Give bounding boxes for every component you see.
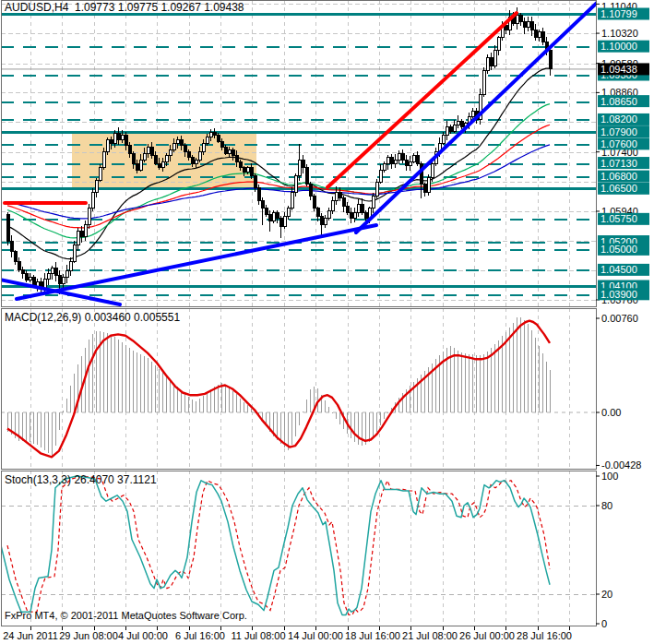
- stoch-axis-label: 20: [601, 589, 612, 600]
- stoch-axis-label: 0: [601, 618, 607, 629]
- time-axis-label: 28 Jul 16:00: [517, 630, 572, 641]
- time-axis-label: 26 Jul 00:00: [459, 630, 515, 641]
- sr-level-label: 1.04500: [600, 264, 637, 275]
- sr-level-label: 1.07900: [600, 126, 637, 137]
- sr-level-label: 1.06500: [600, 183, 637, 194]
- sr-level-label: 1.08200: [600, 113, 637, 125]
- sr-level-label: 1.10000: [600, 41, 637, 52]
- time-axis-label: 4 Jul 00:00: [118, 630, 168, 641]
- time-axis-label: 21 Jul 08:00: [402, 630, 458, 641]
- bid-price-label: 1.09438: [600, 64, 637, 75]
- time-axis-label: 18 Jul 16:00: [345, 630, 400, 641]
- macd-axis-label: 0.00: [601, 407, 621, 418]
- sr-level-label: 1.08650: [600, 96, 637, 107]
- sr-level-label: 1.06800: [600, 171, 637, 182]
- price-tick-label: 1.10320: [601, 28, 638, 39]
- sr-level-label: 1.07130: [600, 158, 637, 169]
- stoch-axis-label: 80: [601, 500, 612, 511]
- sr-level-label: 1.07600: [600, 138, 637, 149]
- chart-background: [0, 0, 654, 644]
- sr-level-label: 1.10799: [600, 8, 637, 19]
- macd-axis-label: -0.00428: [601, 459, 641, 471]
- time-axis-label: 14 Jul 00:00: [288, 630, 343, 641]
- sr-level-label: 1.05000: [600, 244, 637, 255]
- stoch-axis-label: 100: [601, 471, 618, 482]
- time-axis-label: 11 Jul 08:00: [231, 630, 285, 641]
- time-axis-label: 24 Jun 2011: [3, 630, 58, 641]
- time-axis-label: 29 Jun 08:00: [59, 630, 118, 641]
- mt4-chart-window: 1.110401.103201.095801.088601.074001.059…: [0, 0, 654, 644]
- time-axis-label: 6 Jul 16:00: [175, 630, 225, 641]
- macd-axis-label: 0.00760: [601, 313, 638, 324]
- sr-level-label: 1.03900: [600, 289, 637, 300]
- sr-level-label: 1.05750: [600, 213, 637, 224]
- chart-canvas[interactable]: 1.110401.103201.095801.088601.074001.059…: [0, 0, 654, 644]
